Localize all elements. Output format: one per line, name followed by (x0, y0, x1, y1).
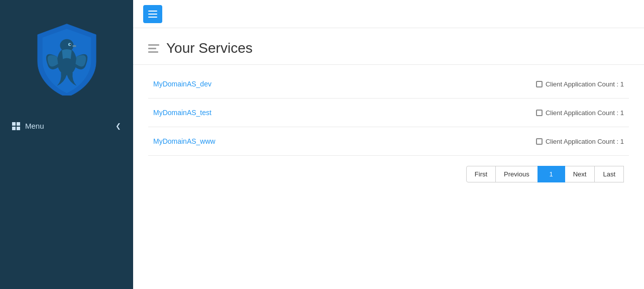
service-name-link[interactable]: MyDomainAS_dev (153, 80, 211, 88)
hamburger-line-2 (148, 14, 157, 15)
cube-icon (536, 138, 543, 145)
hamburger-line-1 (148, 11, 157, 12)
cube-icon (536, 110, 543, 116)
hamburger-button[interactable] (143, 5, 162, 23)
current-page-button[interactable]: 1 (538, 166, 565, 182)
service-name-link[interactable]: MyDomainAS_www (153, 137, 216, 145)
svg-point-2 (69, 44, 71, 45)
page-title: Your Services (166, 40, 253, 56)
logo-area (0, 10, 133, 111)
next-page-button[interactable]: Next (565, 166, 595, 182)
main-content: Your Services MyDomainAS_devClient Appli… (133, 0, 644, 289)
list-icon (148, 44, 159, 53)
service-row[interactable]: MyDomainAS_devClient Application Count :… (148, 70, 629, 99)
sidebar-menu-item[interactable]: Menu ❮ (0, 116, 133, 136)
service-row[interactable]: MyDomainAS_wwwClient Application Count :… (148, 127, 629, 156)
sidebar-menu-label: Menu (25, 122, 44, 130)
service-meta-text: Client Application Count : 1 (546, 109, 624, 117)
services-content: MyDomainAS_devClient Application Count :… (133, 65, 644, 289)
sidebar: Menu ❮ (0, 0, 133, 289)
service-meta: Client Application Count : 1 (536, 80, 624, 88)
service-meta: Client Application Count : 1 (536, 109, 624, 117)
service-meta-text: Client Application Count : 1 (546, 80, 624, 88)
service-name-link[interactable]: MyDomainAS_test (153, 109, 211, 117)
cube-icon (536, 81, 543, 87)
hamburger-line-3 (148, 17, 157, 18)
service-meta: Client Application Count : 1 (536, 138, 624, 145)
brand-logo (32, 20, 102, 95)
first-page-button[interactable]: First (466, 166, 496, 182)
services-list: MyDomainAS_devClient Application Count :… (148, 70, 629, 156)
grid-icon (12, 122, 20, 130)
previous-page-button[interactable]: Previous (495, 166, 538, 182)
service-meta-text: Client Application Count : 1 (546, 138, 624, 145)
topbar (133, 0, 644, 28)
page-header: Your Services (133, 28, 644, 65)
service-row[interactable]: MyDomainAS_testClient Application Count … (148, 99, 629, 127)
pagination: First Previous 1 Next Last (148, 156, 629, 187)
chevron-left-icon: ❮ (116, 122, 121, 130)
menu-left: Menu (12, 122, 44, 130)
last-page-button[interactable]: Last (594, 166, 624, 182)
